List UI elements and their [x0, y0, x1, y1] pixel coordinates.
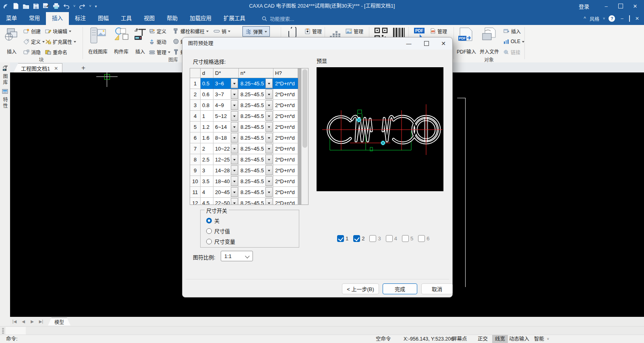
close-button[interactable]: ✕ [629, 0, 642, 12]
tab-load-app[interactable]: 加载应用 [184, 12, 217, 25]
checkbox-icon[interactable] [418, 235, 425, 242]
new-tab-button[interactable]: + [79, 64, 88, 72]
doc-minimize-icon[interactable]: – [619, 16, 625, 21]
checkbox-checked-icon[interactable] [353, 235, 360, 242]
variant-checkbox-4[interactable]: 4 [386, 235, 397, 242]
command-prompt[interactable]: 命令: [6, 335, 17, 343]
dropdown-arrow[interactable] [265, 198, 273, 205]
tab-help[interactable]: 帮助 [161, 12, 184, 25]
open-file-icon[interactable] [23, 3, 29, 9]
table-row[interactable]: 6 1.6 8~18 8.25~45.5 2*D+n*d [190, 132, 298, 143]
radio-dim-variable[interactable]: 尺寸变量 [206, 238, 235, 245]
scrollbar-thumb[interactable] [302, 69, 307, 148]
library-define-button[interactable]: 定义 [149, 27, 166, 35]
block-extattr-button[interactable]: 扩充属性 [45, 37, 76, 46]
image-manage-button[interactable]: 管理 [346, 27, 363, 35]
next-sheet-icon[interactable]: ▶ [28, 319, 37, 324]
dialog-title-bar[interactable]: 图符预处理 — ✕ [182, 37, 452, 50]
sidebar-tab-properties[interactable]: 特性 [0, 86, 10, 109]
tab-sheet[interactable]: 图幅 [92, 12, 115, 25]
dropdown-arrow[interactable] [265, 79, 273, 88]
block-edit-button[interactable]: 块编辑 [45, 27, 71, 35]
tab-annotate[interactable]: 标注 [69, 12, 92, 25]
checkbox-icon[interactable] [386, 235, 393, 242]
tab-close-icon[interactable]: ✕ [54, 66, 58, 71]
table-row[interactable]: 7 2 10~22 8.25~45.5 2*D+n*d [190, 143, 298, 154]
dropdown-arrow[interactable] [231, 144, 238, 153]
qat-customize-icon[interactable]: ▾ [95, 4, 97, 8]
table-row[interactable]: 4 1 5~12 8.25~45.5 2*D+n*d [190, 111, 298, 122]
command-history-strip[interactable] [0, 326, 644, 335]
variant-checkbox-2[interactable]: 2 [353, 235, 364, 242]
ribbon-collapse-icon[interactable]: ^ [584, 16, 586, 21]
pdf-input-button[interactable]: PDF PDF输入 [455, 26, 478, 55]
block-hide-button[interactable]: 消隐 [23, 48, 41, 56]
tab-menu[interactable]: 菜单 [0, 12, 23, 25]
sidebar-tab-library[interactable]: 图库 [0, 62, 10, 86]
table-row[interactable]: 10 3.5 18~40 8.25~45.5 2*D+n*d [190, 176, 298, 187]
dropdown-arrow[interactable] [231, 133, 238, 143]
dropdown-arrow[interactable] [265, 165, 273, 175]
symbol-scale-combobox[interactable]: 1:1 [221, 251, 253, 261]
save-as-icon[interactable] [43, 3, 49, 9]
radio-icon[interactable] [206, 228, 212, 234]
dropdown-arrow[interactable] [231, 155, 238, 164]
radio-off[interactable]: 关 [206, 217, 219, 224]
line-width-toggle[interactable]: 线宽 [492, 335, 508, 343]
dropdown-arrow[interactable] [231, 198, 238, 205]
dropdown-arrow[interactable] [231, 122, 238, 132]
checkbox-checked-icon[interactable] [337, 235, 344, 242]
print-icon[interactable] [53, 3, 60, 9]
dropdown-arrow[interactable] [231, 79, 238, 88]
variant-checkbox-6[interactable]: 6 [418, 235, 429, 242]
library-insert-button[interactable]: 插入 [132, 26, 148, 55]
back-button[interactable]: < 上一步(B) [342, 283, 379, 294]
doc-close-icon[interactable]: ✕ [634, 16, 641, 21]
smart-snap-caret-icon[interactable]: ˅ [547, 335, 549, 343]
dropdown-arrow[interactable] [265, 133, 273, 143]
ortho-toggle[interactable]: 正交 [478, 335, 488, 343]
dropdown-arrow[interactable] [265, 155, 273, 164]
new-file-icon[interactable] [13, 3, 19, 9]
dropdown-arrow[interactable] [265, 89, 273, 99]
radio-icon[interactable] [206, 239, 212, 244]
tab-insert[interactable]: 插入 [46, 12, 69, 25]
drag-handle[interactable] [2, 328, 4, 334]
finish-button[interactable]: 完成 [383, 283, 417, 294]
last-sheet-icon[interactable]: ▶| [37, 319, 46, 324]
block-define-button[interactable]: 定义 [23, 37, 45, 46]
block-insert-button[interactable]: 插入 [2, 26, 21, 55]
dropdown-arrow[interactable] [231, 111, 238, 121]
document-tab[interactable]: 工程图文档1 ✕ [13, 63, 62, 73]
tab-tools[interactable]: 工具 [115, 12, 138, 25]
cancel-button[interactable]: 取消 [421, 283, 453, 294]
first-sheet-icon[interactable]: |◀ [10, 319, 19, 324]
table-row-partial[interactable]: 12 4.5 22~50 8.25~45.5 2*D+n*d [190, 198, 298, 205]
dropdown-arrow[interactable] [265, 111, 273, 121]
undo-dropdown-icon[interactable]: ˅ [73, 4, 75, 8]
tab-view[interactable]: 视图 [138, 12, 161, 25]
table-row[interactable]: 5 1.2 6~14 8.25~45.5 2*D+n*d [190, 122, 298, 132]
prev-sheet-icon[interactable]: ◀ [19, 319, 28, 324]
model-tab[interactable]: 模型 [48, 318, 70, 326]
style-dropdown-icon[interactable]: ˅ [603, 17, 605, 21]
library-drive-button[interactable]: 驱动 [149, 37, 166, 46]
dynamic-input-toggle[interactable]: 动态输入 [509, 335, 529, 343]
checkbox-icon[interactable] [369, 235, 376, 242]
variant-checkbox-3[interactable]: 3 [369, 235, 381, 242]
dropdown-arrow[interactable] [265, 122, 273, 132]
save-icon[interactable] [33, 3, 39, 9]
table-row[interactable]: 8 2.5 12~25 8.25~45.5 2*D+n*d [190, 154, 298, 165]
component-library-button[interactable]: 构件库 [112, 26, 131, 55]
library-manage-button[interactable]: 管理 [149, 48, 170, 56]
style-menu[interactable]: 风格 [590, 15, 599, 22]
function-search[interactable]: 功能搜索... [262, 15, 294, 23]
smart-snap-dropdown[interactable]: 智能 [534, 335, 544, 343]
dialog-minimize-button[interactable]: — [401, 37, 417, 50]
radio-dim-value[interactable]: 尺寸值 [206, 227, 230, 235]
block-rename-button[interactable]: 重命名 [45, 48, 67, 56]
dropdown-arrow[interactable] [265, 144, 273, 153]
table-row[interactable]: 9 3 14~28 8.25~45.5 2*D+n*d [190, 165, 298, 176]
doc-restore-icon[interactable] [629, 16, 630, 21]
dropdown-arrow[interactable] [231, 187, 238, 197]
